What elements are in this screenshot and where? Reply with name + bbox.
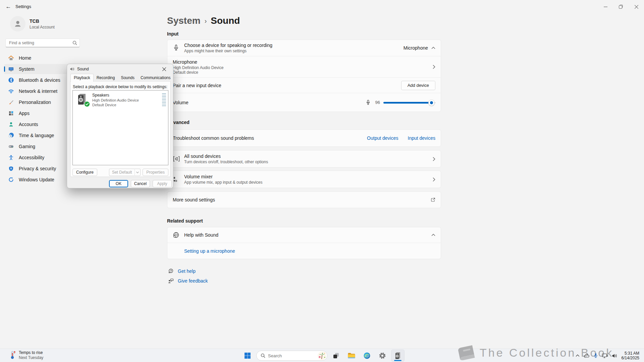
settings-app-button[interactable] (376, 350, 389, 362)
privacy-icon (8, 166, 14, 172)
user-account[interactable]: TCB Local Account (10, 16, 55, 32)
start-button[interactable] (241, 350, 254, 362)
onedrive-cloud-icon[interactable] (584, 354, 590, 358)
help-with-sound-row[interactable]: Help with Sound (167, 227, 441, 243)
set-default-button[interactable]: Set Default (109, 169, 135, 176)
chevron-right-icon (433, 65, 435, 69)
mic-small-icon (366, 100, 371, 106)
all-sound-devices-card: All sound devices Turn devices on/off, t… (167, 150, 441, 168)
accessibility-icon (8, 155, 14, 161)
taskbar-search[interactable] (256, 351, 327, 361)
home-icon (8, 55, 14, 61)
input-device-dropdown[interactable]: Microphone (404, 45, 435, 51)
sound-dialog-taskbar-button[interactable] (391, 350, 405, 362)
playback-device-list[interactable]: Speakers High Definition Audio Device De… (72, 90, 168, 165)
tray-clock[interactable]: 5:31 AM 6/14/2025 (622, 351, 639, 360)
give-feedback-row[interactable]: Give feedback (168, 278, 441, 284)
taskbar-search-input[interactable] (268, 353, 315, 358)
input-devices-link[interactable]: Input devices (408, 135, 436, 141)
setting-up-microphone-link[interactable]: Setting up a microphone (184, 248, 235, 254)
properties-button[interactable]: Properties (143, 169, 168, 176)
globe-search-icon (173, 232, 180, 238)
volume-tray-icon[interactable] (612, 353, 618, 358)
apps-icon (8, 110, 14, 116)
speakers-list-item[interactable]: Speakers High Definition Audio Device De… (73, 90, 168, 107)
tray-microphone-icon[interactable] (594, 353, 598, 358)
personalization-icon (8, 99, 14, 105)
dialog-close-button[interactable] (158, 65, 170, 73)
settings-titlebar: ← Settings (0, 0, 644, 13)
bluetooth-icon (8, 77, 14, 83)
add-device-button[interactable]: Add device (401, 81, 435, 90)
tray-chevron-up-icon[interactable] (576, 354, 580, 357)
find-setting-search (5, 39, 80, 47)
thermometer-icon (9, 350, 16, 360)
configure-button[interactable]: Configure (72, 169, 97, 176)
task-view-button[interactable] (329, 350, 343, 362)
all-devices-icon (173, 156, 180, 162)
windows-update-icon (8, 177, 14, 183)
output-devices-link[interactable]: Output devices (367, 135, 398, 141)
apply-button[interactable]: Apply (153, 180, 172, 187)
more-sound-settings-row[interactable]: More sound settings (167, 192, 441, 208)
volume-mixer-icon (173, 176, 180, 183)
tab-communications[interactable]: Communications (138, 74, 173, 81)
breadcrumb-system[interactable]: System (167, 15, 201, 26)
all-devices-subtitle: Turn devices on/off, troubleshoot, other… (184, 160, 268, 164)
pair-device-row: Pair a new input device Add device (167, 77, 441, 93)
input-volume-slider[interactable] (383, 100, 435, 106)
microphone-row-line2: Default device (173, 70, 223, 75)
minimize-button[interactable] (598, 0, 613, 13)
weather-line2: Next Tuesday (19, 355, 43, 360)
edge-browser-button[interactable] (360, 350, 374, 362)
related-support-heading: Related support (167, 218, 441, 224)
chevron-up-icon (431, 234, 435, 236)
file-explorer-button[interactable] (345, 350, 358, 362)
app-title: Settings (15, 4, 31, 9)
tab-sounds[interactable]: Sounds (118, 74, 138, 81)
dialog-device-buttons: Configure Set Default Properties (72, 169, 168, 176)
microphone-row-title: Microphone (173, 59, 223, 65)
give-feedback-icon (168, 278, 174, 284)
device-line2: Default Device (92, 103, 139, 107)
sidebar-item-home[interactable]: Home (4, 53, 98, 63)
search-input[interactable] (5, 39, 80, 47)
volume-mixer-row[interactable]: Volume mixer App volume mix, app input &… (167, 171, 441, 188)
input-card: Choose a device for speaking or recordin… (167, 40, 441, 112)
more-sound-settings-title: More sound settings (173, 197, 215, 202)
volume-value: 96 (374, 100, 380, 105)
restore-button[interactable] (613, 0, 629, 13)
set-default-dropdown-arrow[interactable] (135, 169, 141, 176)
network-tray-icon[interactable] (602, 353, 608, 358)
dialog-title: Sound (77, 67, 89, 71)
ok-button[interactable]: OK (109, 180, 128, 187)
tab-recording[interactable]: Recording (94, 74, 118, 81)
tab-playback[interactable]: Playback (70, 74, 94, 82)
cancel-button[interactable]: Cancel (131, 180, 150, 187)
give-feedback-link: Give feedback (178, 278, 208, 284)
weather-widget[interactable]: Temps to rise Next Tuesday (9, 350, 43, 360)
selected-input-device: Microphone (404, 45, 428, 51)
chevron-right-icon (433, 157, 435, 161)
troubleshoot-card: Troubleshoot common sound problems Outpu… (167, 129, 441, 147)
avatar (10, 16, 25, 32)
all-sound-devices-row[interactable]: All sound devices Turn devices on/off, t… (167, 150, 441, 167)
help-with-sound-title: Help with Sound (184, 232, 218, 238)
back-button[interactable]: ← (3, 2, 14, 11)
user-type: Local Account (30, 25, 55, 29)
weather-line1: Temps to rise (19, 350, 43, 355)
chevron-up-icon (431, 47, 435, 49)
all-devices-title: All sound devices (184, 154, 268, 159)
search-highlight-image[interactable] (318, 352, 326, 360)
microphone-row-line1: High Definition Audio Device (173, 65, 223, 70)
get-help-row[interactable]: Get help (168, 268, 441, 274)
input-section-heading: Input (167, 31, 441, 37)
close-button[interactable] (629, 0, 644, 13)
playback-prompt: Select a playback device below to modify… (73, 84, 167, 89)
slider-knob[interactable] (428, 100, 435, 106)
choose-device-row[interactable]: Choose a device for speaking or recordin… (167, 40, 441, 56)
microphone-device-row[interactable]: Microphone High Definition Audio Device … (167, 56, 441, 77)
tray-date: 6/14/2025 (622, 356, 639, 360)
sound-dialog: Sound Playback Recording Sounds Communic… (67, 64, 173, 188)
dialog-titlebar[interactable]: Sound (67, 64, 173, 74)
